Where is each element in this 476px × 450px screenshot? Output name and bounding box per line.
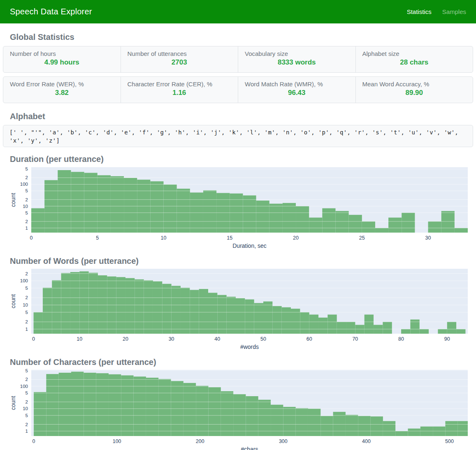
histogram-bar[interactable] bbox=[116, 277, 125, 334]
histogram-bar[interactable] bbox=[34, 312, 43, 334]
histogram-bar[interactable] bbox=[455, 228, 468, 233]
nav-samples[interactable]: Samples bbox=[442, 8, 466, 15]
histogram-bar[interactable] bbox=[125, 278, 135, 334]
histogram-bar[interactable] bbox=[71, 372, 84, 436]
histogram-bar[interactable] bbox=[134, 376, 146, 436]
histogram-bar[interactable] bbox=[46, 374, 58, 436]
histogram-bar[interactable] bbox=[320, 416, 333, 436]
histogram-bar[interactable] bbox=[309, 217, 322, 233]
histogram-bar[interactable] bbox=[236, 298, 245, 334]
histogram-bar[interactable] bbox=[59, 373, 71, 436]
histogram-bar[interactable] bbox=[383, 322, 392, 334]
histogram-bar[interactable] bbox=[346, 415, 358, 436]
histogram-bar[interactable] bbox=[256, 201, 269, 233]
histogram-bar[interactable] bbox=[438, 329, 447, 334]
histogram-bar[interactable] bbox=[441, 211, 455, 233]
histogram-bar[interactable] bbox=[309, 314, 318, 334]
histogram-bar[interactable] bbox=[183, 383, 196, 436]
histogram-bar[interactable] bbox=[98, 275, 107, 334]
histogram-bar[interactable] bbox=[196, 386, 208, 436]
histogram-bar[interactable] bbox=[271, 405, 283, 436]
histogram-bar[interactable] bbox=[70, 272, 79, 334]
histogram-bar[interactable] bbox=[98, 175, 111, 233]
histogram-bar[interactable] bbox=[221, 391, 233, 436]
histogram-bar[interactable] bbox=[291, 309, 300, 334]
histogram-bar[interactable] bbox=[269, 204, 283, 233]
histogram-bar[interactable] bbox=[410, 319, 419, 334]
histogram-bar[interactable] bbox=[71, 172, 84, 233]
histogram-bar[interactable] bbox=[296, 408, 308, 436]
histogram-bar[interactable] bbox=[177, 189, 190, 233]
histogram-bar[interactable] bbox=[375, 228, 388, 233]
histogram-bar[interactable] bbox=[34, 392, 46, 436]
histogram-bar[interactable] bbox=[447, 322, 456, 334]
histogram-bar[interactable] bbox=[162, 284, 171, 334]
histogram-bar[interactable] bbox=[456, 329, 465, 334]
histogram-bar[interactable] bbox=[243, 196, 256, 233]
nav-statistics[interactable]: Statistics bbox=[407, 8, 432, 15]
histogram-bar[interactable] bbox=[408, 429, 420, 436]
histogram-bar[interactable] bbox=[362, 222, 375, 233]
histogram-bar[interactable] bbox=[383, 421, 395, 436]
histogram-bar[interactable] bbox=[349, 215, 362, 233]
duration-histogram[interactable]: 521005210521051015202530Duration, seccou… bbox=[3, 164, 476, 249]
histogram-bar[interactable] bbox=[199, 289, 208, 334]
histogram-bar[interactable] bbox=[44, 180, 58, 233]
histogram-bar[interactable] bbox=[395, 431, 408, 436]
histogram-bar[interactable] bbox=[84, 373, 96, 436]
histogram-bar[interactable] bbox=[230, 194, 243, 233]
histogram-bar[interactable] bbox=[43, 288, 52, 334]
histogram-bar[interactable] bbox=[111, 176, 124, 233]
histogram-bar[interactable] bbox=[283, 407, 295, 436]
words-histogram[interactable]: 210052105210102030405060708090#wordscoun… bbox=[3, 266, 476, 350]
histogram-bar[interactable] bbox=[208, 387, 221, 436]
histogram-bar[interactable] bbox=[96, 373, 109, 436]
histogram-bar[interactable] bbox=[327, 314, 337, 334]
histogram-bar[interactable] bbox=[203, 190, 216, 233]
histogram-bar[interactable] bbox=[300, 312, 309, 334]
histogram-bar[interactable] bbox=[89, 273, 98, 334]
histogram-bar[interactable] bbox=[245, 300, 254, 334]
histogram-bar[interactable] bbox=[61, 273, 70, 334]
histogram-bar[interactable] bbox=[458, 421, 468, 436]
histogram-bar[interactable] bbox=[337, 322, 346, 334]
histogram-bar[interactable] bbox=[164, 185, 177, 233]
histogram-bar[interactable] bbox=[208, 293, 217, 334]
histogram-bar[interactable] bbox=[335, 211, 348, 233]
histogram-bar[interactable] bbox=[217, 295, 226, 334]
histogram-bar[interactable] bbox=[153, 282, 162, 334]
histogram-bar[interactable] bbox=[121, 375, 133, 436]
histogram-bar[interactable] bbox=[365, 314, 374, 334]
histogram-bar[interactable] bbox=[346, 322, 355, 334]
histogram-bar[interactable] bbox=[445, 421, 457, 436]
histogram-bar[interactable] bbox=[146, 378, 158, 436]
histogram-bar[interactable] bbox=[84, 173, 98, 233]
histogram-bar[interactable] bbox=[318, 318, 327, 334]
histogram-bar[interactable] bbox=[282, 307, 291, 334]
histogram-bar[interactable] bbox=[263, 302, 272, 334]
characters-histogram[interactable]: 5210052105210100200300400500#charscount bbox=[3, 367, 476, 450]
histogram-bar[interactable] bbox=[246, 396, 258, 436]
histogram-bar[interactable] bbox=[31, 208, 44, 233]
histogram-bar[interactable] bbox=[172, 286, 181, 334]
histogram-bar[interactable] bbox=[109, 374, 121, 436]
histogram-bar[interactable] bbox=[58, 170, 71, 233]
histogram-bar[interactable] bbox=[322, 208, 335, 233]
histogram-bar[interactable] bbox=[124, 178, 137, 233]
histogram-bar[interactable] bbox=[144, 280, 153, 334]
histogram-bar[interactable] bbox=[388, 217, 402, 233]
histogram-bar[interactable] bbox=[258, 400, 271, 436]
histogram-bar[interactable] bbox=[181, 288, 190, 334]
histogram-bar[interactable] bbox=[308, 408, 320, 436]
histogram-bar[interactable] bbox=[296, 206, 309, 233]
histogram-bar[interactable] bbox=[401, 329, 410, 334]
histogram-bar[interactable] bbox=[158, 379, 171, 436]
histogram-bar[interactable] bbox=[233, 394, 246, 436]
histogram-bar[interactable] bbox=[190, 290, 199, 334]
histogram-bar[interactable] bbox=[150, 181, 163, 233]
histogram-bar[interactable] bbox=[371, 416, 383, 436]
histogram-bar[interactable] bbox=[135, 279, 144, 334]
histogram-bar[interactable] bbox=[358, 416, 370, 436]
histogram-bar[interactable] bbox=[402, 213, 415, 233]
histogram-bar[interactable] bbox=[420, 329, 429, 334]
